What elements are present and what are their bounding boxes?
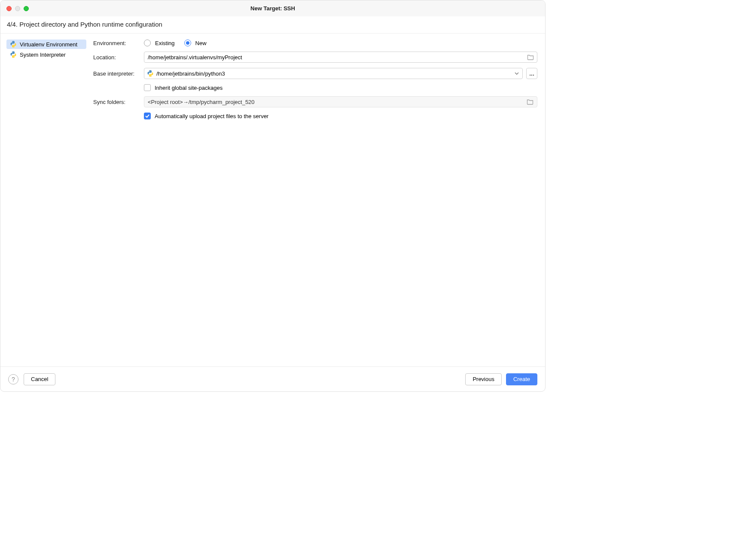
base-interpreter-row: Base interpreter: /home/jetbrains/bin/py… <box>93 68 537 79</box>
radio-existing[interactable] <box>144 40 151 46</box>
step-heading: 4/4. Project directory and Python runtim… <box>0 16 545 34</box>
inherit-global-label: Inherit global site-packages <box>155 85 223 91</box>
auto-upload-row: Automatically upload project files to th… <box>144 113 537 119</box>
environment-radio-group: Existing New <box>144 40 213 46</box>
sidebar-item-label: Virtualenv Environment <box>20 41 77 48</box>
environment-row: Environment: Existing New <box>93 40 537 46</box>
python-icon <box>147 70 154 77</box>
sync-folders-value: <Project root>→/tmp/pycharm_project_520 <box>148 99 255 105</box>
help-button[interactable]: ? <box>8 374 18 384</box>
chevron-down-icon <box>515 71 519 76</box>
sync-folders-label: Sync folders: <box>93 99 144 105</box>
radio-new[interactable] <box>184 40 191 46</box>
base-interpreter-label: Base interpreter: <box>93 70 144 77</box>
window-title: New Target: SSH <box>0 5 545 12</box>
inherit-global-checkbox[interactable] <box>144 84 151 91</box>
radio-existing-label: Existing <box>155 40 175 46</box>
sidebar-item-system-interpreter[interactable]: System Interpreter <box>6 50 86 59</box>
environment-label: Environment: <box>93 40 144 46</box>
main-area: Virtualenv Environment System Interprete… <box>0 34 545 366</box>
sync-folders-field[interactable]: <Project root>→/tmp/pycharm_project_520 <box>144 96 537 107</box>
browse-interpreter-button[interactable]: ... <box>526 68 537 79</box>
radio-new-label: New <box>195 40 207 46</box>
sidebar: Virtualenv Environment System Interprete… <box>0 34 91 366</box>
sync-folders-wrap: <Project root>→/tmp/pycharm_project_520 <box>144 96 537 107</box>
folder-icon[interactable] <box>527 99 533 105</box>
previous-button[interactable]: Previous <box>465 373 502 385</box>
content-panel: Environment: Existing New Location: Base… <box>91 34 545 366</box>
footer: ? Cancel Previous Create <box>0 366 545 391</box>
location-label: Location: <box>93 54 144 61</box>
python-icon <box>10 51 17 58</box>
auto-upload-checkbox[interactable] <box>144 113 151 119</box>
folder-icon[interactable] <box>527 54 534 60</box>
location-input-wrap <box>144 52 537 63</box>
base-interpreter-value: /home/jetbrains/bin/python3 <box>156 70 225 77</box>
titlebar: New Target: SSH <box>0 0 545 16</box>
cancel-button[interactable]: Cancel <box>24 373 55 385</box>
sync-folders-row: Sync folders: <Project root>→/tmp/pychar… <box>93 96 537 107</box>
inherit-checkbox-row: Inherit global site-packages <box>144 84 537 91</box>
location-input[interactable] <box>144 52 537 63</box>
sidebar-item-virtualenv[interactable]: Virtualenv Environment <box>6 40 86 49</box>
auto-upload-label: Automatically upload project files to th… <box>155 113 268 119</box>
create-button[interactable]: Create <box>506 373 537 385</box>
location-row: Location: <box>93 52 537 63</box>
base-interpreter-select[interactable]: /home/jetbrains/bin/python3 <box>144 68 523 79</box>
python-icon <box>10 41 17 48</box>
sidebar-item-label: System Interpreter <box>20 52 66 58</box>
